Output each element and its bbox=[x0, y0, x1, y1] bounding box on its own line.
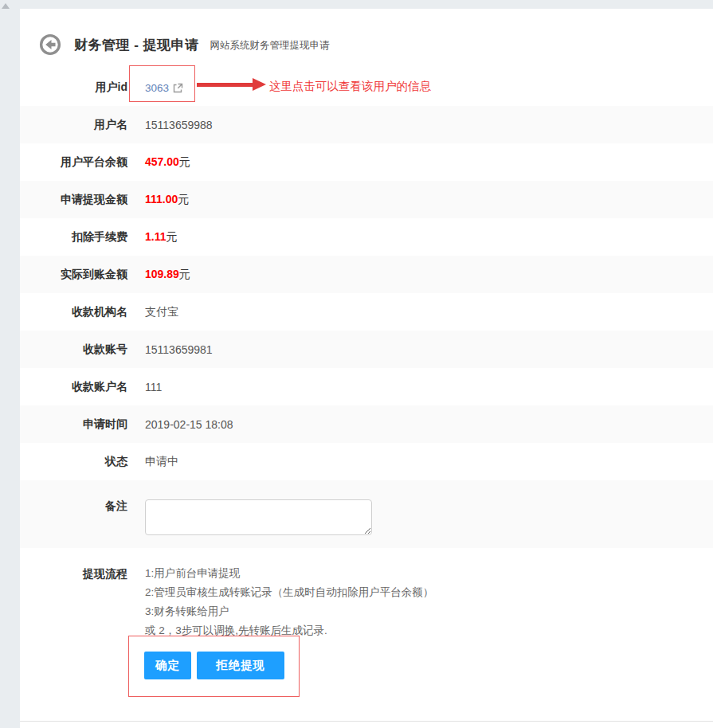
process-step: 2:管理员审核生成转账记录（生成时自动扣除用户平台余额） bbox=[145, 583, 433, 602]
form-row-status: 状态 申请中 bbox=[20, 443, 713, 480]
field-label: 实际到账金额 bbox=[20, 268, 127, 282]
action-buttons: 确定 拒绝提现 bbox=[144, 652, 713, 679]
form: 用户id 3063 用户名 15113659988 用户平台余额 457.00元… bbox=[20, 68, 713, 679]
user-id-link[interactable]: 3063 bbox=[145, 82, 183, 94]
amount-value: 109.89 bbox=[145, 268, 179, 280]
page-header: 财务管理 - 提现申请 网站系统财务管理提现申请 bbox=[20, 9, 713, 56]
process-steps: 1:用户前台申请提现 2:管理员审核生成转账记录（生成时自动扣除用户平台余额） … bbox=[145, 564, 433, 640]
amount-value: 111.00 bbox=[145, 193, 178, 205]
field-label: 用户名 bbox=[20, 118, 127, 132]
form-row-apply-time: 申请时间 2019-02-15 18:08 bbox=[20, 405, 713, 443]
field-label: 收款账户名 bbox=[20, 380, 127, 394]
field-label: 备注 bbox=[20, 499, 127, 514]
field-label: 扣除手续费 bbox=[20, 230, 127, 245]
field-label: 状态 bbox=[20, 455, 127, 469]
page-title: 财务管理 - 提现申请 bbox=[74, 36, 199, 54]
field-label: 申请时间 bbox=[20, 417, 127, 432]
remark-textarea[interactable] bbox=[145, 499, 372, 535]
amount-value: 1.11 bbox=[145, 230, 166, 243]
left-scrollbar-gutter bbox=[0, 0, 20, 728]
amount-value: 457.00 bbox=[145, 155, 179, 168]
form-row-account-no: 收款账号 15113659981 bbox=[20, 331, 713, 368]
back-arrow-icon bbox=[41, 36, 60, 54]
currency-suffix: 元 bbox=[166, 230, 177, 243]
page-subtitle: 网站系统财务管理提现申请 bbox=[210, 37, 330, 53]
content-card: 财务管理 - 提现申请 网站系统财务管理提现申请 用户id 3063 用户名 1… bbox=[20, 9, 713, 722]
field-label: 收款机构名 bbox=[20, 305, 127, 319]
currency-suffix: 元 bbox=[178, 193, 189, 205]
field-label: 提现流程 bbox=[20, 564, 127, 640]
status-value: 申请中 bbox=[145, 455, 178, 469]
reject-withdraw-button[interactable]: 拒绝提现 bbox=[197, 652, 284, 679]
process-step: 3:财务转账给用户 bbox=[145, 602, 433, 621]
field-label: 用户平台余额 bbox=[20, 155, 127, 170]
currency-suffix: 元 bbox=[179, 268, 190, 280]
currency-suffix: 元 bbox=[179, 155, 190, 168]
form-row-fee: 扣除手续费 1.11元 bbox=[20, 218, 713, 256]
scroll-up-arrow-icon[interactable] bbox=[2, 3, 10, 9]
form-row-remark: 备注 bbox=[20, 480, 713, 548]
form-row-apply-amount: 申请提现金额 111.00元 bbox=[20, 181, 713, 218]
field-value: 15113659981 bbox=[145, 343, 213, 356]
form-row-balance: 用户平台余额 457.00元 bbox=[20, 143, 713, 181]
process-step: 或 2，3步可以调换,先转账后生成记录. bbox=[145, 621, 433, 640]
form-row-process: 提现流程 1:用户前台申请提现 2:管理员审核生成转账记录（生成时自动扣除用户平… bbox=[20, 564, 713, 640]
form-row-user-id: 用户id 3063 bbox=[20, 68, 713, 106]
field-label: 用户id bbox=[20, 80, 127, 95]
field-label: 申请提现金额 bbox=[20, 193, 127, 207]
field-label: 收款账号 bbox=[20, 342, 127, 357]
form-row-org-name: 收款机构名 支付宝 bbox=[20, 293, 713, 331]
form-row-actual-amount: 实际到账金额 109.89元 bbox=[20, 256, 713, 293]
page-top-gutter bbox=[0, 0, 713, 9]
field-value: 15113659988 bbox=[145, 119, 213, 131]
form-row-account-name: 收款账户名 111 bbox=[20, 368, 713, 405]
field-value: 支付宝 bbox=[145, 305, 178, 319]
process-step: 1:用户前台申请提现 bbox=[145, 564, 433, 583]
form-row-username: 用户名 15113659988 bbox=[20, 106, 713, 143]
back-button[interactable] bbox=[39, 33, 61, 56]
field-value: 2019-02-15 18:08 bbox=[145, 418, 233, 431]
field-value: 111 bbox=[145, 381, 162, 393]
confirm-button[interactable]: 确定 bbox=[144, 652, 191, 679]
external-link-icon bbox=[173, 83, 183, 93]
